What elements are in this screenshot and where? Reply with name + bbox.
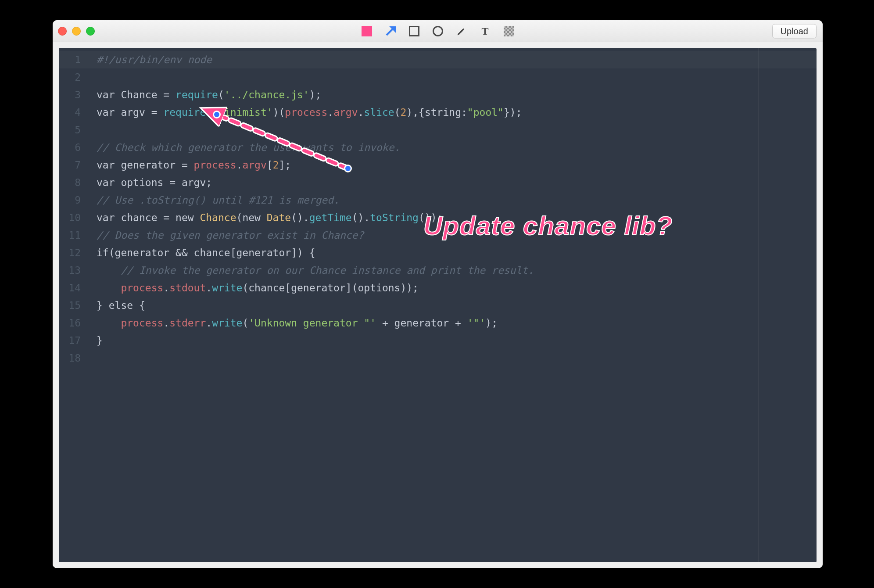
- code-line: var Chance = require('../chance.js');: [97, 86, 817, 104]
- line-number: 3: [59, 86, 87, 104]
- code-line: [97, 68, 817, 86]
- code-line: [97, 121, 817, 139]
- zoom-icon[interactable]: [86, 27, 95, 36]
- app-window: T Upload 123456789101112131415161718 #!/…: [53, 20, 823, 568]
- tool-blur[interactable]: [503, 25, 515, 37]
- code-line: // Check which generator the user wants …: [97, 139, 817, 156]
- filled-rectangle-icon: [362, 26, 372, 36]
- code-line: // Use .toString() until #121 is merged.: [97, 191, 817, 209]
- line-number: 16: [59, 314, 87, 332]
- tool-pen[interactable]: [455, 25, 468, 37]
- code-line: } else {: [97, 297, 817, 314]
- line-number: 15: [59, 297, 87, 314]
- code-line: if(generator && chance[generator]) {: [97, 244, 817, 262]
- code-line: var argv = require('minimist')(process.a…: [97, 104, 817, 121]
- arrow-icon: [385, 26, 396, 36]
- line-number: 10: [59, 209, 87, 226]
- code-line: var options = argv;: [97, 174, 817, 191]
- code-editor: 123456789101112131415161718 #!/usr/bin/e…: [59, 48, 817, 562]
- upload-button[interactable]: Upload: [772, 24, 817, 38]
- pen-icon: [456, 26, 467, 36]
- window-controls: [58, 27, 95, 36]
- annotation-toolbar: T: [361, 25, 515, 37]
- line-number: 7: [59, 156, 87, 174]
- tool-text[interactable]: T: [479, 25, 491, 37]
- rectangle-outline-icon: [409, 26, 419, 36]
- line-number: 11: [59, 226, 87, 244]
- code-line: }: [97, 332, 817, 349]
- line-number: 6: [59, 139, 87, 156]
- line-number: 9: [59, 191, 87, 209]
- code-line: process.stderr.write('Unknown generator …: [97, 314, 817, 332]
- line-number: 8: [59, 174, 87, 191]
- code-line: [97, 349, 817, 367]
- column-ruler: [758, 48, 759, 562]
- line-number: 17: [59, 332, 87, 349]
- line-number: 14: [59, 279, 87, 297]
- line-number: 5: [59, 121, 87, 139]
- minimize-icon[interactable]: [72, 27, 81, 36]
- tool-circle-outline[interactable]: [432, 25, 444, 37]
- line-number: 13: [59, 262, 87, 279]
- code-line: var chance = new Chance(new Date().getTi…: [97, 209, 817, 226]
- code-line: // Invoke the generator on our Chance in…: [97, 262, 817, 279]
- code-line: // Does the given generator exist in Cha…: [97, 226, 817, 244]
- titlebar: T Upload: [53, 20, 823, 42]
- tool-filled-rectangle[interactable]: [361, 25, 373, 37]
- line-number: 4: [59, 104, 87, 121]
- line-number: 12: [59, 244, 87, 262]
- canvas-area[interactable]: 123456789101112131415161718 #!/usr/bin/e…: [53, 42, 823, 568]
- close-icon[interactable]: [58, 27, 67, 36]
- tool-rectangle-outline[interactable]: [408, 25, 420, 37]
- blur-icon: [504, 26, 514, 36]
- tool-arrow[interactable]: [384, 25, 397, 37]
- circle-outline-icon: [433, 26, 443, 36]
- code-line: var generator = process.argv[2];: [97, 156, 817, 174]
- code-body: #!/usr/bin/env node var Chance = require…: [87, 48, 817, 562]
- stage: T Upload 123456789101112131415161718 #!/…: [0, 0, 874, 588]
- line-gutter: 123456789101112131415161718: [59, 48, 87, 562]
- code-line: process.stdout.write(chance[generator](o…: [97, 279, 817, 297]
- line-number: 18: [59, 349, 87, 367]
- line-number: 2: [59, 68, 87, 86]
